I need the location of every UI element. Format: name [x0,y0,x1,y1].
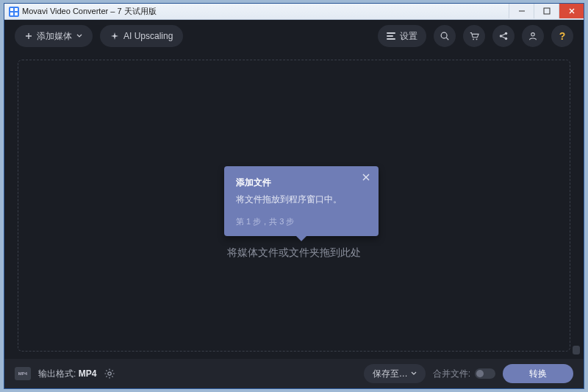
minimize-button[interactable] [509,4,534,18]
plus-icon [25,32,32,40]
window-titlebar: Movavi Video Converter – 7 天试用版 [4,4,584,20]
svg-rect-1 [15,8,18,11]
window-control-buttons [509,4,584,19]
svg-point-8 [473,39,474,40]
window-title: Movavi Video Converter – 7 天试用版 [22,6,157,17]
popover-step: 第 1 步，共 3 步 [236,216,367,227]
help-icon: ? [559,30,566,42]
svg-rect-0 [10,8,13,11]
bottom-bar: MP4 输出格式: MP4 保存至… 合并文件: 转换 [4,359,584,388]
onboarding-popover: 添加文件 将文件拖放到程序窗口中。 第 1 步，共 3 步 [224,166,379,236]
merge-label: 合并文件: [433,368,470,380]
sparkle-icon [110,32,119,40]
scrollbar-thumb[interactable] [573,346,580,354]
ai-upscaling-button[interactable]: AI Upscaling [100,25,183,47]
search-button[interactable] [434,25,456,47]
settings-label: 设置 [400,30,417,43]
popover-close-button[interactable] [359,171,373,184]
svg-point-15 [531,33,534,36]
gear-icon [104,368,115,379]
save-to-label: 保存至… [373,368,408,380]
app-window: Movavi Video Converter – 7 天试用版 添加媒体 AI … [4,3,584,389]
chevron-down-icon [76,33,82,39]
svg-line-14 [502,37,505,38]
svg-point-6 [441,32,447,38]
convert-button[interactable]: 转换 [503,364,573,383]
svg-point-11 [505,32,508,35]
svg-rect-3 [15,13,18,15]
popover-body: 将文件拖放到程序窗口中。 [236,193,367,206]
drop-zone-hint: 将媒体文件或文件夹拖到此处 [227,246,361,260]
app-logo-icon [9,7,19,17]
merge-files-control: 合并文件: [433,368,495,380]
output-format-value: MP4 [79,368,97,379]
drop-zone[interactable]: 将媒体文件或文件夹拖到此处 添加文件 将文件拖放到程序窗口中。 第 1 步，共 … [18,60,570,352]
close-icon [362,173,370,182]
add-media-label: 添加媒体 [37,30,72,43]
popover-title: 添加文件 [236,177,367,189]
svg-point-9 [476,39,478,40]
cart-icon [469,31,479,41]
ai-upscaling-label: AI Upscaling [123,31,173,41]
svg-rect-2 [10,13,13,15]
maximize-button[interactable] [534,4,559,18]
svg-line-7 [446,38,448,40]
chevron-down-icon [411,371,417,377]
format-settings-button[interactable] [104,368,115,379]
menu-icon [387,32,395,40]
save-to-button[interactable]: 保存至… [364,364,426,383]
search-icon [440,31,450,41]
settings-button[interactable]: 设置 [378,25,426,47]
top-toolbar: 添加媒体 AI Upscaling 设置 [4,20,584,52]
merge-toggle[interactable] [475,368,495,379]
svg-point-12 [505,38,508,40]
svg-rect-5 [544,8,550,14]
add-media-button[interactable]: 添加媒体 [15,25,93,47]
format-badge-icon: MP4 [15,367,31,380]
app-body: 添加媒体 AI Upscaling 设置 [4,20,584,388]
svg-point-10 [500,35,503,38]
help-button[interactable]: ? [551,25,573,47]
cart-button[interactable] [463,25,485,47]
close-button[interactable] [559,4,584,18]
user-icon [528,31,538,41]
svg-point-16 [108,372,111,375]
output-format-label: 输出格式: [38,368,76,379]
output-format: 输出格式: MP4 [38,368,96,380]
convert-label: 转换 [529,368,547,380]
account-button[interactable] [522,25,544,47]
svg-line-13 [502,34,505,35]
share-button[interactable] [492,25,514,47]
share-icon [498,31,509,41]
